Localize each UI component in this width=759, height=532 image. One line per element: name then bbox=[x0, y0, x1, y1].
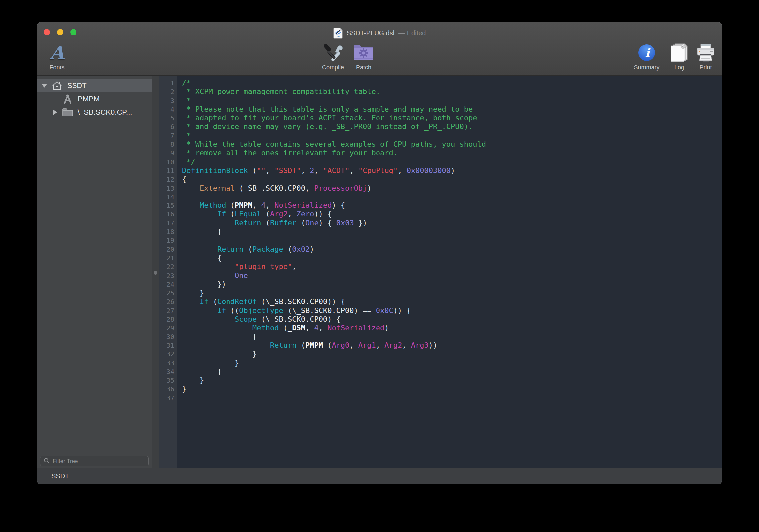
line-number: 24 bbox=[159, 280, 177, 289]
code-line[interactable]: 9 * remove all the ones irrelevant for y… bbox=[159, 149, 722, 157]
document-icon: DSL bbox=[333, 28, 343, 39]
line-number: 1 bbox=[159, 79, 177, 87]
line-number: 7 bbox=[159, 131, 177, 140]
line-number: 36 bbox=[159, 385, 177, 393]
tree-item-ssdt[interactable]: SSDT bbox=[37, 79, 152, 92]
code-line[interactable]: 37 bbox=[159, 394, 722, 402]
line-number: 28 bbox=[159, 315, 177, 324]
line-number: 17 bbox=[159, 219, 177, 227]
disclosure-right-icon[interactable] bbox=[52, 110, 58, 115]
summary-info-icon: i bbox=[638, 42, 656, 64]
method-icon bbox=[62, 94, 73, 104]
code-line[interactable]: 14 bbox=[159, 193, 722, 201]
line-number: 5 bbox=[159, 114, 177, 122]
line-number: 13 bbox=[159, 184, 177, 193]
line-number: 12 bbox=[159, 175, 177, 184]
code-line[interactable]: 2 * XCPM power management compatibility … bbox=[159, 87, 722, 96]
code-line[interactable]: 6 * and device name may vary (e.g. _SB_.… bbox=[159, 122, 722, 131]
code-line[interactable]: 21 { bbox=[159, 254, 722, 262]
code-line[interactable]: 4 * Please note that this table is only … bbox=[159, 105, 722, 114]
code-line[interactable]: 27 If ((ObjectType (\_SB.SCK0.CP00) == 0… bbox=[159, 306, 722, 315]
code-line[interactable]: 30 { bbox=[159, 332, 722, 341]
code-line[interactable]: 15 Method (PMPM, 4, NotSerialized) { bbox=[159, 201, 722, 210]
code-area[interactable]: 1/*2 * XCPM power management compatibili… bbox=[159, 76, 722, 468]
patch-button[interactable]: Patch bbox=[340, 42, 387, 73]
window-title: SSDT-PLUG.dsl bbox=[347, 29, 394, 37]
house-icon bbox=[51, 80, 63, 91]
folder-icon bbox=[62, 107, 73, 118]
code-line[interactable]: 22 "plugin-type", bbox=[159, 262, 722, 271]
patch-folder-icon bbox=[353, 42, 374, 64]
status-bar: SSDT bbox=[37, 468, 722, 484]
code-line[interactable]: 29 Method (_DSM, 4, NotSerialized) bbox=[159, 324, 722, 332]
line-number: 16 bbox=[159, 210, 177, 218]
line-number: 19 bbox=[159, 236, 177, 245]
disclosure-down-icon[interactable] bbox=[42, 83, 47, 88]
line-number: 21 bbox=[159, 254, 177, 262]
line-number: 37 bbox=[159, 394, 177, 402]
fonts-button[interactable]: A Fonts bbox=[37, 42, 80, 73]
code-line[interactable]: 36} bbox=[159, 385, 722, 393]
print-button[interactable]: Print bbox=[683, 42, 722, 73]
code-line[interactable]: 8 * While the table contains several exa… bbox=[159, 140, 722, 149]
line-number: 18 bbox=[159, 227, 177, 236]
text-caret bbox=[187, 176, 187, 184]
filter-tree-field[interactable]: Filter Tree bbox=[40, 456, 149, 466]
tree-item-pmpm[interactable]: PMPM bbox=[37, 92, 152, 106]
svg-text:DSL: DSL bbox=[336, 35, 341, 38]
code-line[interactable]: 1/* bbox=[159, 79, 722, 87]
fonts-label: Fonts bbox=[49, 64, 64, 71]
line-number: 30 bbox=[159, 332, 177, 341]
line-number: 22 bbox=[159, 262, 177, 271]
code-line[interactable]: 17 Return (Buffer (One) { 0x03 }) bbox=[159, 219, 722, 227]
tree-item-label: \_SB.SCK0.CP... bbox=[78, 108, 132, 117]
line-number: 34 bbox=[159, 367, 177, 376]
line-number: 20 bbox=[159, 245, 177, 254]
code-line[interactable]: 20 Return (Package (0x02) bbox=[159, 245, 722, 254]
content-area: SSDTPMPM\_SB.SCK0.CP... Filter Tree 1/*2… bbox=[37, 76, 722, 468]
line-number: 3 bbox=[159, 96, 177, 105]
line-number: 31 bbox=[159, 341, 177, 350]
code-line[interactable]: 3 * bbox=[159, 96, 722, 105]
code-line[interactable]: 26 If (CondRefOf (\_SB.SCK0.CP00)) { bbox=[159, 297, 722, 306]
line-number: 26 bbox=[159, 297, 177, 306]
tree-item-label: SSDT bbox=[67, 81, 87, 90]
code-line[interactable]: 33 } bbox=[159, 359, 722, 367]
line-number: 27 bbox=[159, 306, 177, 315]
code-line[interactable]: 18 } bbox=[159, 227, 722, 236]
line-number: 10 bbox=[159, 158, 177, 166]
line-number: 14 bbox=[159, 193, 177, 201]
app-window: DSL SSDT-PLUG.dsl — Edited A Fonts bbox=[37, 22, 722, 484]
patch-label: Patch bbox=[356, 64, 371, 71]
line-number: 35 bbox=[159, 376, 177, 385]
code-line[interactable]: 31 Return (PMPM (Arg0, Arg1, Arg2, Arg3)… bbox=[159, 341, 722, 350]
code-line[interactable]: 34 } bbox=[159, 367, 722, 376]
code-line[interactable]: 11DefinitionBlock ("", "SSDT", 2, "ACDT"… bbox=[159, 166, 722, 175]
code-editor[interactable]: 1/*2 * XCPM power management compatibili… bbox=[159, 76, 722, 468]
code-line[interactable]: 35 } bbox=[159, 376, 722, 385]
pane-splitter[interactable] bbox=[152, 76, 159, 468]
code-line[interactable]: 5 * adapted to fit your board's ACPI sta… bbox=[159, 114, 722, 122]
titlebar: DSL SSDT-PLUG.dsl — Edited bbox=[37, 26, 722, 40]
line-number: 15 bbox=[159, 201, 177, 210]
line-number: 25 bbox=[159, 289, 177, 297]
line-number: 33 bbox=[159, 359, 177, 367]
code-line[interactable]: 16 If (LEqual (Arg2, Zero)) { bbox=[159, 210, 722, 218]
line-number: 11 bbox=[159, 166, 177, 175]
line-number: 9 bbox=[159, 149, 177, 157]
code-line[interactable]: 10 */ bbox=[159, 158, 722, 166]
code-line[interactable]: 28 Scope (\_SB.SCK0.CP00) { bbox=[159, 315, 722, 324]
code-line[interactable]: 13 External (_SB_.SCK0.CP00, ProcessorOb… bbox=[159, 184, 722, 193]
code-line[interactable]: 7 * bbox=[159, 131, 722, 140]
code-line[interactable]: 23 One bbox=[159, 271, 722, 280]
line-number: 29 bbox=[159, 324, 177, 332]
code-line[interactable]: 32 } bbox=[159, 350, 722, 358]
code-line[interactable]: 12{ bbox=[159, 175, 722, 184]
printer-icon bbox=[696, 42, 715, 64]
code-line[interactable]: 25 } bbox=[159, 289, 722, 297]
code-line[interactable]: 24 }) bbox=[159, 280, 722, 289]
line-number: 4 bbox=[159, 105, 177, 114]
tree-item-sbsck0cp[interactable]: \_SB.SCK0.CP... bbox=[37, 106, 152, 119]
window-header: DSL SSDT-PLUG.dsl — Edited A Fonts bbox=[37, 22, 722, 76]
code-line[interactable]: 19 bbox=[159, 236, 722, 245]
